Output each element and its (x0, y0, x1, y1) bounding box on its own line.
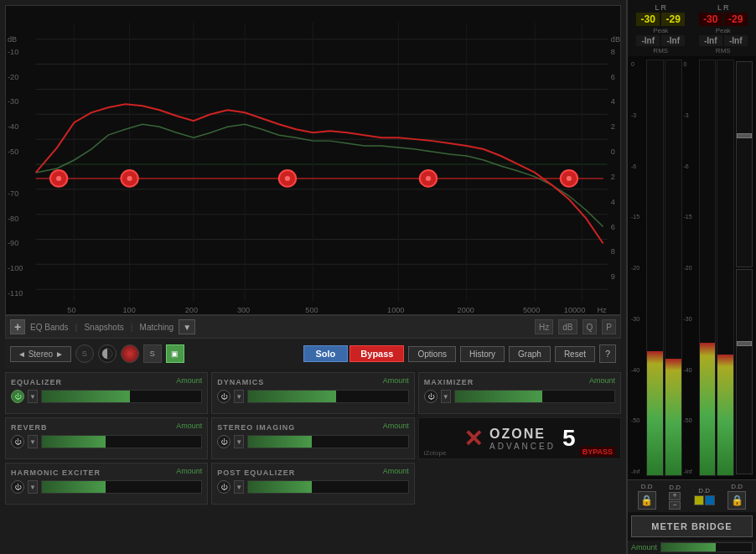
svg-text:300: 300 (237, 306, 250, 314)
post-equalizer-module: POST EQUALIZER Amount ⏻ ▼ (211, 463, 414, 505)
harmonic-exciter-slider[interactable] (41, 480, 202, 494)
maximizer-arrow-btn[interactable]: ▼ (441, 390, 451, 403)
svg-text:2000: 2000 (458, 306, 474, 314)
dynamics-arrow-btn[interactable]: ▼ (234, 390, 244, 403)
svg-point-61 (285, 176, 290, 181)
reset-button[interactable]: Reset (555, 346, 595, 362)
svg-text:0: 0 (611, 148, 615, 156)
stereo-imaging-module: STEREO IMAGING Amount ⏻ ▼ (211, 417, 414, 459)
bypass-button[interactable]: Bypass (350, 345, 404, 362)
equalizer-arrow-btn[interactable]: ▼ (28, 390, 38, 403)
svg-text:-90: -90 (8, 240, 18, 248)
dynamics-module: DYNAMICS Amount ⏻ ▼ (211, 372, 414, 414)
meter-bar-group-2 (699, 60, 735, 476)
plus-btn[interactable]: + (669, 492, 681, 500)
band-type-btn-1[interactable]: S (75, 344, 94, 363)
harmonic-exciter-amount: Amount (176, 467, 202, 475)
equalizer-module: EQUALIZER Amount ⏻ ▼ (5, 372, 208, 414)
meter-header: L R -30 -29 Peak -Inf -Inf RMS L R (628, 0, 756, 56)
ozone-logo-symbol: ✕ (463, 425, 483, 453)
equalizer-power-btn[interactable]: ⏻ (11, 390, 24, 403)
bottom-slider[interactable] (660, 542, 753, 552)
svg-point-60 (127, 176, 132, 181)
dynamics-power-btn[interactable]: ⏻ (217, 390, 230, 403)
solo-button[interactable]: Solo (303, 345, 349, 362)
meter-bar-group-1 (646, 60, 682, 476)
harmonic-exciter-power-btn[interactable]: ⏻ (11, 480, 24, 494)
svg-point-63 (567, 176, 572, 181)
lock-btn-2[interactable]: 🔒 (728, 491, 746, 510)
band-color-btn[interactable] (121, 344, 139, 363)
post-equalizer-controls: ⏻ ▼ (217, 480, 408, 494)
maximizer-power-btn[interactable]: ⏻ (424, 390, 438, 403)
bypass-indicator: BYPASS (580, 447, 615, 457)
hz-unit: Hz (535, 319, 553, 334)
left-rms-value-2: -Inf (699, 35, 722, 46)
svg-text:4: 4 (611, 97, 615, 106)
reverb-slider[interactable] (41, 435, 202, 448)
dd-label-2: D.D (669, 484, 681, 491)
band-type-btn-2[interactable] (98, 344, 117, 363)
dd-label-4: D.D (731, 483, 743, 490)
dynamics-slider[interactable] (247, 390, 408, 403)
options-button[interactable]: Options (408, 346, 455, 362)
dynamics-amount: Amount (383, 376, 409, 385)
svg-text:2: 2 (611, 122, 615, 131)
svg-text:dB: dB (611, 35, 620, 44)
svg-text:4: 4 (611, 198, 615, 206)
meter-bar-r2 (717, 60, 734, 476)
blue-indicator (705, 495, 715, 505)
help-button[interactable]: ? (599, 344, 616, 363)
svg-text:-20: -20 (8, 73, 18, 81)
history-button[interactable]: History (460, 346, 505, 362)
harmonic-exciter-arrow-btn[interactable]: ▼ (28, 480, 38, 494)
module-row-3: HARMONIC EXCITER Amount ⏻ ▼ POST EQUA (5, 463, 621, 505)
eq-toolbar: + EQ Bands | Snapshots | Matching ▼ Hz d… (5, 315, 621, 339)
svg-text:Hz: Hz (598, 306, 608, 314)
reverb-controls: ⏻ ▼ (11, 435, 202, 448)
meter-bar-l2 (699, 60, 717, 476)
stereo-imaging-power-btn[interactable]: ⏻ (217, 435, 230, 448)
svg-text:10000: 10000 (564, 306, 585, 314)
stereo-button[interactable]: ◄ Stereo ► (10, 346, 71, 362)
right-panel: L R -30 -29 Peak -Inf -Inf RMS L R (626, 0, 756, 554)
stereo-imaging-slider[interactable] (247, 435, 408, 448)
channel-btn-s[interactable]: S (143, 344, 162, 363)
stereo-imaging-amount: Amount (383, 422, 409, 430)
harmonic-exciter-controls: ⏻ ▼ (11, 480, 202, 494)
reverb-module: REVERB Amount ⏻ ▼ (5, 417, 208, 459)
dd-label-1: D.D (641, 483, 653, 490)
fader-1[interactable] (736, 61, 753, 267)
svg-text:9: 9 (611, 272, 615, 281)
graph-button[interactable]: Graph (509, 346, 551, 362)
svg-text:5000: 5000 (523, 306, 540, 314)
ozone-logo-block: ✕ OZONE ADVANCED 5 iZotope BYPASS (418, 417, 621, 459)
matching-dropdown[interactable]: ▼ (179, 319, 195, 334)
q-unit: Q (583, 319, 598, 334)
equalizer-slider[interactable] (41, 390, 202, 403)
meter-group-1: L R -30 -29 Peak -Inf -Inf RMS (636, 3, 685, 54)
svg-text:2: 2 (611, 173, 615, 181)
minus-btn[interactable]: − (669, 501, 681, 510)
channel-btn-sq[interactable]: ▣ (166, 344, 184, 363)
post-equalizer-slider[interactable] (247, 480, 408, 494)
post-equalizer-arrow-btn[interactable]: ▼ (234, 480, 244, 494)
lock-btn-1[interactable]: 🔒 (638, 491, 656, 510)
post-equalizer-power-btn[interactable]: ⏻ (217, 480, 230, 494)
reverb-power-btn[interactable]: ⏻ (11, 435, 24, 448)
reverb-arrow-btn[interactable]: ▼ (28, 435, 38, 448)
maximizer-slider[interactable] (454, 390, 615, 403)
reverb-amount: Amount (176, 422, 202, 430)
svg-point-62 (426, 176, 431, 181)
stereo-imaging-arrow-btn[interactable]: ▼ (234, 435, 244, 448)
svg-text:1000: 1000 (387, 306, 404, 314)
meter-bridge-button[interactable]: METER BRIDGE (631, 515, 753, 537)
left-peak-value: -30 (636, 13, 660, 26)
bottom-amount-label: Amount (631, 543, 657, 551)
right-label-2: R (723, 3, 729, 12)
equalizer-title: EQUALIZER (11, 378, 62, 386)
fader-2[interactable] (736, 269, 753, 475)
pm-group: + − (669, 492, 681, 510)
add-band-button[interactable]: + (10, 319, 25, 334)
peak-label: Peak (653, 27, 668, 34)
